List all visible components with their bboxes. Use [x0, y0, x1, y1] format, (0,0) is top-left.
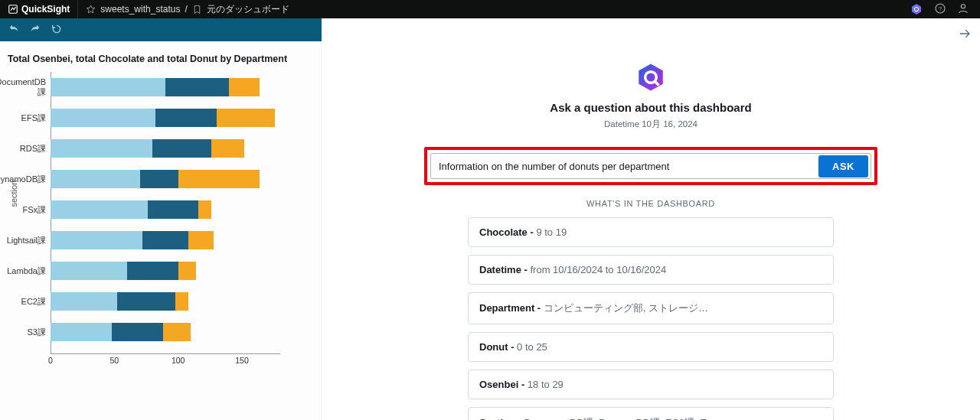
bar-row[interactable]: FSx課 — [51, 194, 316, 225]
bar-row[interactable]: RDS課 — [51, 133, 316, 164]
bar-row[interactable]: DocumentDB課 — [51, 72, 316, 103]
bar-segment[interactable] — [178, 262, 196, 280]
bar-segment[interactable] — [165, 78, 229, 96]
product-name: QuickSight — [21, 4, 70, 15]
category-label: RDS課 — [0, 143, 51, 155]
x-tick: 150 — [235, 356, 249, 365]
bar-segment[interactable] — [112, 323, 163, 341]
bar-segment[interactable] — [51, 78, 165, 96]
bar-segment[interactable] — [51, 323, 112, 341]
chart-panel: Total Osenbei, total Chocolate and total… — [0, 41, 322, 420]
svg-text:?: ? — [939, 5, 942, 11]
ask-subtitle: Datetime 10月 16, 2024 — [383, 119, 919, 130]
bar-segment[interactable] — [175, 292, 188, 311]
collapse-icon[interactable] — [959, 28, 971, 42]
field-range: DocumentDB課, DynamoDB課, EC2課, E… — [524, 417, 717, 420]
bar-segment[interactable] — [198, 200, 211, 219]
category-label: S3課 — [0, 327, 51, 338]
ask-box-highlight: ASK — [424, 147, 877, 185]
field-name: Datetime - — [479, 264, 530, 275]
field-range: 9 to 19 — [536, 226, 567, 238]
topbar-right: ? — [910, 0, 980, 18]
ask-box: ASK — [430, 153, 871, 179]
bar-segment[interactable] — [117, 292, 176, 311]
ask-input[interactable] — [439, 161, 816, 172]
help-icon[interactable]: ? — [934, 2, 946, 17]
product-logo[interactable]: QuickSight — [0, 4, 77, 15]
bar-segment[interactable] — [155, 109, 217, 127]
field-name: Donut - — [479, 341, 517, 353]
x-axis: 050100150 — [51, 353, 280, 369]
bar-segment[interactable] — [51, 292, 117, 311]
bar-segment[interactable] — [51, 139, 152, 158]
field-range: コンピューティング部, ストレージ… — [544, 302, 708, 314]
field-name: Section - — [479, 417, 524, 420]
field-summary-list: Chocolate - 9 to 19Datetime - from 10/16… — [468, 217, 834, 420]
bar-segment[interactable] — [140, 170, 178, 188]
quicksight-icon — [8, 4, 18, 15]
bar-row[interactable]: Lambda課 — [51, 256, 316, 286]
history-toolbar — [0, 18, 322, 41]
undo-icon[interactable] — [8, 23, 20, 37]
x-tick: 50 — [109, 356, 119, 365]
ask-button[interactable]: ASK — [818, 155, 868, 177]
bar-segment[interactable] — [51, 109, 155, 127]
svg-marker-2 — [912, 4, 921, 14]
category-label: EC2課 — [0, 296, 51, 308]
chart-title: Total Osenbei, total Chocolate and total… — [5, 50, 316, 72]
bar-segment[interactable] — [211, 139, 244, 158]
field-summary-card[interactable]: Section - DocumentDB課, DynamoDB課, EC2課, … — [468, 407, 834, 420]
redo-icon[interactable] — [29, 23, 41, 37]
bar-segment[interactable] — [188, 231, 214, 249]
bar-segment[interactable] — [229, 78, 260, 96]
breadcrumb[interactable]: sweets_with_status / 元のダッシュボード — [78, 3, 296, 16]
bar-segment[interactable] — [142, 231, 188, 249]
ask-panel: Ask a question about this dashboard Date… — [322, 18, 980, 420]
category-label: EFS課 — [0, 112, 51, 124]
breadcrumb-sep: / — [185, 4, 187, 15]
user-icon[interactable] — [957, 2, 969, 17]
field-range: 18 to 29 — [528, 379, 564, 390]
bar-row[interactable]: Lightsail課 — [51, 225, 316, 256]
bar-segment[interactable] — [51, 170, 140, 188]
field-summary-card[interactable]: Osenbei - 18 to 29 — [468, 370, 834, 399]
x-tick: 100 — [172, 356, 185, 365]
bar-segment[interactable] — [178, 170, 260, 188]
bar-row[interactable]: S3課 — [51, 317, 316, 347]
breadcrumb-dataset: sweets_with_status — [100, 4, 180, 15]
bar-segment[interactable] — [152, 139, 211, 158]
field-range: from 10/16/2024 to 10/16/2024 — [530, 264, 666, 275]
bar-segment[interactable] — [148, 200, 199, 219]
category-label: Lightsail課 — [0, 235, 51, 246]
field-summary-card[interactable]: Department - コンピューティング部, ストレージ… — [468, 292, 834, 324]
breadcrumb-dashboard: 元のダッシュボード — [207, 3, 289, 16]
bar-segment[interactable] — [127, 262, 178, 280]
bookmark-icon — [192, 5, 202, 15]
stacked-bar-chart[interactable]: section DocumentDB課EFS課RDS課DynamoDB課FSx課… — [51, 72, 316, 369]
whats-in-dashboard-label: WHAT'S IN THE DASHBOARD — [383, 199, 919, 208]
reset-icon[interactable] — [51, 23, 63, 37]
q-assistant-icon[interactable] — [910, 2, 923, 16]
field-name: Chocolate - — [479, 226, 536, 238]
field-name: Department - — [479, 302, 544, 314]
q-logo-icon — [635, 61, 667, 93]
y-axis-label: section — [9, 181, 18, 207]
bar-segment[interactable] — [51, 231, 142, 249]
bar-segment[interactable] — [51, 262, 127, 280]
category-label: DynamoDB課 — [0, 174, 51, 185]
field-summary-card[interactable]: Datetime - from 10/16/2024 to 10/16/2024 — [468, 255, 834, 285]
category-label: FSx課 — [0, 204, 51, 216]
star-icon — [86, 5, 96, 15]
category-label: DocumentDB課 — [0, 77, 51, 98]
bar-segment[interactable] — [163, 323, 191, 341]
field-summary-card[interactable]: Chocolate - 9 to 19 — [468, 217, 834, 247]
bar-segment[interactable] — [51, 200, 148, 219]
x-tick: 0 — [48, 356, 53, 365]
bar-segment[interactable] — [217, 109, 276, 127]
bar-row[interactable]: DynamoDB課 — [51, 164, 316, 194]
bar-row[interactable]: EC2課 — [51, 286, 316, 317]
svg-marker-7 — [639, 64, 663, 91]
bar-row[interactable]: EFS課 — [51, 103, 316, 133]
field-summary-card[interactable]: Donut - 0 to 25 — [468, 332, 834, 362]
category-label: Lambda課 — [0, 265, 51, 277]
